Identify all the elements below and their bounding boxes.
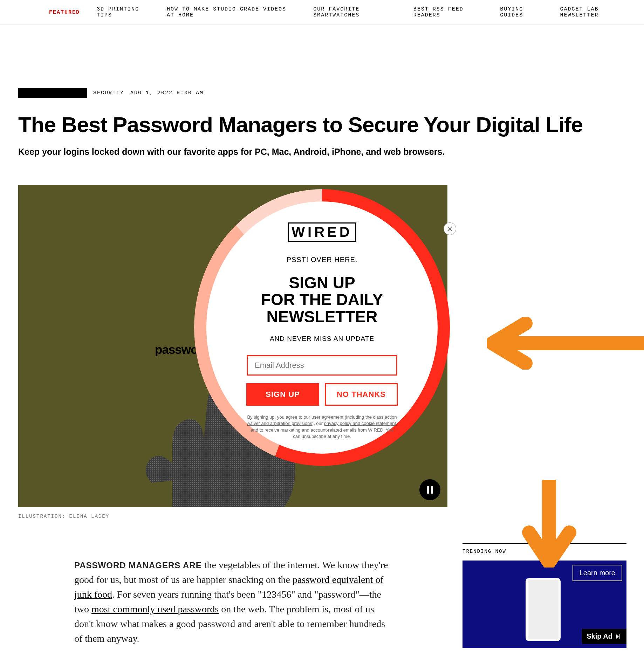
top-nav: Featured 3D Printing Tips How to Make St… — [0, 0, 644, 25]
nav-item-newsletter[interactable]: Gadget Lab Newsletter — [560, 6, 630, 18]
illustration-credit: Illustration: Elena Lacey — [18, 514, 447, 519]
modal-psst: PSST! OVER HERE. — [287, 256, 358, 264]
nav-item-3d-printing[interactable]: 3D Printing Tips — [97, 6, 150, 18]
nav-item-rss[interactable]: Best RSS Feed Readers — [413, 6, 483, 18]
modal-sub: AND NEVER MISS AN UPDATE — [270, 335, 374, 343]
legal-text: (including the — [343, 414, 373, 420]
link-user-agreement[interactable]: user agreement — [311, 414, 343, 420]
nav-featured-label: Featured — [49, 9, 80, 15]
link-wfh[interactable]: working from home — [191, 658, 270, 660]
legal-text: By signing up, you agree to our — [247, 414, 311, 420]
article-title: The Best Password Managers to Secure You… — [18, 112, 626, 137]
article-meta: Scott Gilbertson Security Aug 1, 2022 9:… — [18, 88, 626, 98]
link-privacy-policy[interactable]: privacy policy and cookie statement — [324, 421, 396, 426]
video-ad[interactable]: Learn more Skip Ad — [463, 561, 626, 648]
modal-headline: SIGN UP FOR THE DAILY NEWSLETTER — [231, 274, 413, 325]
legal-text: ), our — [312, 421, 324, 426]
nav-item-buying-guides[interactable]: Buying Guides — [500, 6, 543, 18]
trending-now-label: Trending Now — [463, 549, 626, 554]
ad-skip-label: Skip Ad — [587, 632, 612, 640]
modal-close-button[interactable] — [444, 222, 456, 235]
article-body: Password managers are the vegetables of … — [74, 558, 391, 660]
author-badge[interactable]: Scott Gilbertson — [18, 88, 87, 98]
pause-icon — [427, 486, 433, 494]
body-text: Now that so many people are — [74, 658, 191, 660]
ad-phone-graphic — [526, 578, 561, 641]
nav-item-studio-videos[interactable]: How to Make Studio-Grade Videos at Home — [167, 6, 296, 18]
signup-button[interactable]: SIGN UP — [246, 383, 319, 406]
skip-icon — [615, 633, 622, 640]
sidebar: Trending Now Learn more Skip Ad — [463, 543, 626, 648]
ad-skip-button[interactable]: Skip Ad — [582, 629, 626, 644]
lede-caps: Password managers are — [74, 561, 202, 570]
article-dek: Keep your logins locked down with our fa… — [18, 147, 626, 157]
nav-item-smartwatches[interactable]: Our Favorite Smartwatches — [313, 6, 396, 18]
link-common-passwords[interactable]: most commonly used passwords — [91, 604, 219, 614]
timestamp: Aug 1, 2022 9:00 AM — [130, 90, 204, 96]
ad-learn-more-button[interactable]: Learn more — [573, 565, 622, 581]
newsletter-modal: WIRED PSST! OVER HERE. SIGN UP FOR THE D… — [194, 189, 450, 466]
wired-logo: WIRED — [288, 222, 356, 242]
pause-button[interactable] — [419, 479, 440, 500]
close-icon — [447, 226, 453, 232]
email-input[interactable] — [247, 355, 397, 376]
section-label[interactable]: Security — [93, 90, 124, 96]
modal-legal: By signing up, you agree to our user agr… — [247, 414, 397, 440]
no-thanks-button[interactable]: NO THANKS — [325, 383, 398, 406]
